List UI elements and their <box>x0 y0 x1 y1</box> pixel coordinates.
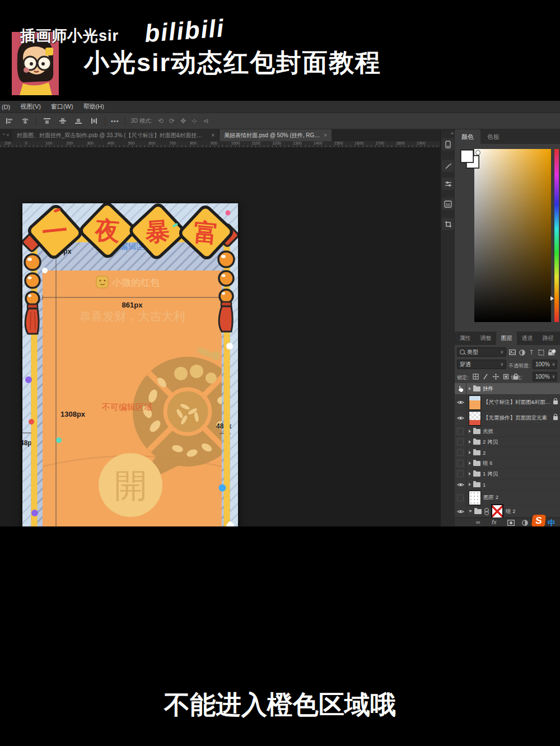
foreground-color-swatch[interactable] <box>460 150 474 163</box>
layer-row-light-fx-group[interactable]: 光效 <box>455 426 560 437</box>
link-layers-icon[interactable]: ∞ <box>476 519 480 525</box>
visibility-toggle[interactable] <box>455 447 466 458</box>
envelope-header: 小微的红包 <box>96 276 160 288</box>
tool-presets-icon[interactable] <box>442 178 454 190</box>
ruler-tick: 1000 <box>231 141 240 145</box>
lock-image-icon[interactable] <box>482 372 489 380</box>
saturation-brightness-field[interactable] <box>474 149 551 322</box>
tab-color[interactable]: 颜色 <box>455 129 480 144</box>
filter-adjustment-layers-icon[interactable] <box>518 348 526 356</box>
hue-slider[interactable] <box>554 149 559 322</box>
layer-thumbnail[interactable] <box>469 395 481 410</box>
distribute-bottom-icon[interactable] <box>73 116 83 126</box>
open-coin: 開 <box>99 453 162 517</box>
collapse-chevron-icon[interactable] <box>469 510 472 512</box>
expand-chevron-icon[interactable] <box>469 451 471 454</box>
lock-position-icon[interactable] <box>492 372 500 380</box>
distribute-top-icon[interactable] <box>42 116 52 126</box>
lock-artboard-icon[interactable] <box>502 372 510 380</box>
3d-drag-icon[interactable]: ✥ <box>180 117 186 125</box>
tab-close-icon[interactable]: × <box>211 129 214 141</box>
visibility-toggle[interactable] <box>455 426 466 436</box>
opacity-dropdown[interactable]: 100% ∨ <box>533 360 557 369</box>
document-tab-inactive[interactable]: 封面图、封面挂件_双击制作.psb @ 33.3% (【尺寸标注】封面图&封面挂… <box>12 129 220 141</box>
visibility-toggle[interactable] <box>455 411 466 426</box>
tab-properties[interactable]: 属性 <box>455 332 475 345</box>
layer-row-1-copy-group[interactable]: 1 拷贝 <box>455 469 560 479</box>
canvas-area[interactable]: 開 小微的红包 861px <box>0 147 440 526</box>
expand-chevron-icon[interactable] <box>469 483 471 486</box>
layer-row-1-group[interactable]: 1 <box>455 479 560 490</box>
visibility-toggle[interactable] <box>455 458 466 468</box>
expand-chevron-icon[interactable] <box>469 472 471 475</box>
eye-off-icon <box>457 470 464 477</box>
visibility-toggle[interactable] <box>455 469 466 479</box>
document-tab-active[interactable]: 果妞表情封面.psd @ 50% (挂件, RGB/8) * × <box>220 129 332 141</box>
notes-panel-icon[interactable]: 66 <box>442 198 454 210</box>
layer-row-size-annotation[interactable]: 【尺寸标注】封面图&封面挂件 <box>455 395 560 411</box>
filter-shape-layers-icon[interactable] <box>537 348 545 356</box>
layer-thumbnail[interactable] <box>469 491 481 505</box>
ruler-tick: 1400 <box>314 141 323 145</box>
layer-row-pendant-group[interactable]: 挂件 <box>455 383 560 395</box>
filter-type-layers-icon[interactable]: T <box>528 348 535 356</box>
visibility-toggle[interactable] <box>455 490 466 505</box>
more-options-button[interactable]: ••• <box>111 118 119 124</box>
document-canvas[interactable]: 開 小微的红包 861px <box>22 203 238 559</box>
align-center-icon[interactable] <box>20 116 30 126</box>
crop-panel-icon[interactable] <box>442 218 454 230</box>
width-dimension: 861px <box>122 301 143 309</box>
sogou-ime-icon[interactable]: S <box>531 515 546 527</box>
lock-transparent-icon[interactable] <box>472 372 479 380</box>
menu-item-truncated[interactable]: (D) <box>2 104 10 110</box>
layer-row-fixed-elements[interactable]: 【无需操作】页面固定元素 <box>455 411 560 426</box>
tab-paths[interactable]: 路径 <box>538 332 558 345</box>
layer-filter-kind-dropdown[interactable]: 类型 ∨ <box>457 347 506 357</box>
layer-row-layer2[interactable]: 图层 2 <box>455 490 560 506</box>
visibility-toggle[interactable] <box>455 437 466 447</box>
visibility-toggle[interactable] <box>455 479 466 489</box>
expand-chevron-icon[interactable] <box>469 461 471 465</box>
fill-dropdown[interactable]: 100% ∨ <box>533 372 557 381</box>
expand-chevron-icon[interactable] <box>469 440 471 444</box>
brush-panel-icon[interactable] <box>442 160 454 172</box>
tab-adjustments[interactable]: 调整 <box>475 332 496 345</box>
layer-row-group6[interactable]: 组 6 <box>455 458 560 469</box>
menu-item-help[interactable]: 帮助(H) <box>83 102 104 111</box>
menu-item-window[interactable]: 窗口(W) <box>51 102 73 111</box>
tab-layers[interactable]: 图层 <box>496 332 517 345</box>
filter-pin-icon[interactable] <box>550 348 558 356</box>
layer-name: 【尺寸标注】封面图&封面挂件 <box>483 399 551 406</box>
layer-row-2-copy-group[interactable]: 2 拷贝 <box>455 437 560 447</box>
layer-thumbnail[interactable] <box>469 411 481 426</box>
layer-thumbnail[interactable] <box>491 504 503 517</box>
layer-row-2-group[interactable]: 2 <box>455 447 560 458</box>
visibility-toggle[interactable] <box>455 383 466 394</box>
hue-slider-pointer[interactable] <box>550 296 554 301</box>
3d-camera-icon[interactable]: ⊲ <box>203 117 208 125</box>
distribute-middle-icon[interactable] <box>58 116 68 126</box>
blend-mode-dropdown[interactable]: 穿透 ∨ <box>457 360 506 369</box>
creator-username: 插画师小光sir <box>20 26 119 46</box>
eye-off-icon <box>457 460 464 467</box>
expand-chevron-icon[interactable] <box>469 387 471 390</box>
3d-slide-icon[interactable]: ⊹ <box>192 117 197 125</box>
layer-style-icon[interactable]: fx <box>492 519 497 525</box>
ruler-tick: 1100 <box>252 141 260 145</box>
tab-overflow-piece[interactable]: * × <box>0 129 12 141</box>
photoshop-window: (D) 视图(V) 窗口(W) 帮助(H) ••• 3D 模式: ⟲ <box>0 101 560 526</box>
collapse-panels-icon[interactable]: « <box>451 130 453 136</box>
libraries-panel-icon[interactable] <box>442 138 454 151</box>
expand-chevron-icon[interactable] <box>469 430 471 433</box>
menu-item-view[interactable]: 视图(V) <box>20 102 41 111</box>
tab-channels[interactable]: 通道 <box>517 332 538 345</box>
distribute-vertical-icon[interactable] <box>89 116 99 126</box>
tab-swatches[interactable]: 色板 <box>480 129 506 144</box>
align-left-icon[interactable] <box>4 116 15 126</box>
3d-rotate-icon[interactable]: ⟲ <box>158 117 164 125</box>
filter-pixel-layers-icon[interactable] <box>508 348 516 356</box>
tab-close-icon[interactable]: × <box>324 129 327 141</box>
3d-roll-icon[interactable]: ⟳ <box>169 117 175 125</box>
visibility-toggle[interactable] <box>455 506 466 517</box>
visibility-toggle[interactable] <box>455 395 466 410</box>
